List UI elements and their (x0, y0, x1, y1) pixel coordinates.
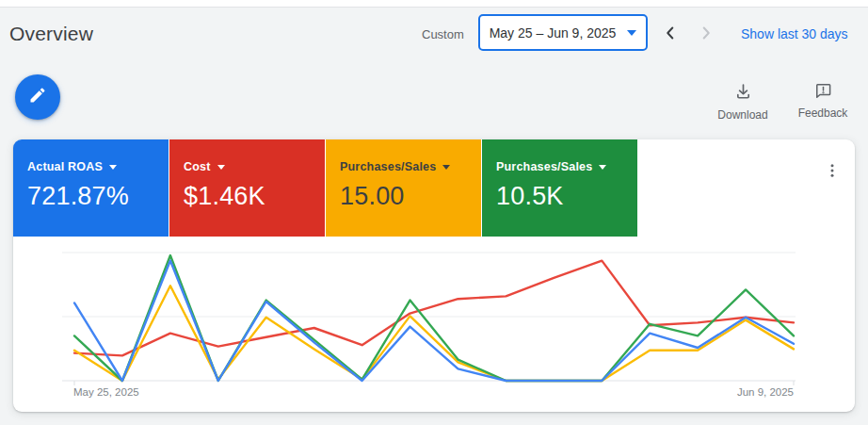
scorecard-value: 15.00 (340, 182, 481, 211)
chevron-right-icon (696, 23, 716, 46)
chevron-left-icon (660, 23, 681, 46)
scorecard-row: Actual ROAS721.87%Cost$1.46KPurchases/Sa… (13, 139, 637, 237)
scorecard-value: $1.46K (184, 182, 325, 211)
overflow-menu-button[interactable] (815, 153, 849, 190)
scorecard-label-text: Purchases/Sales (496, 160, 592, 173)
download-icon (733, 82, 753, 106)
caret-down-icon[interactable] (599, 165, 606, 170)
previous-period-button[interactable] (656, 20, 684, 48)
kebab-menu-icon (824, 160, 841, 184)
date-range-type-label: Custom (422, 27, 464, 41)
scorecard-label-text: Actual ROAS (27, 160, 103, 173)
scorecard-label: Purchases/Sales (496, 160, 637, 173)
top-strip (0, 0, 868, 8)
feedback-label: Feedback (798, 106, 848, 120)
edit-fab-button[interactable] (15, 74, 60, 120)
download-button[interactable]: Download (712, 82, 774, 122)
overview-screen: Overview Custom May 25 – Jun 9, 2025 Sho… (0, 0, 868, 425)
time-series-chart (13, 237, 855, 388)
scorecard-label: Actual ROAS (27, 160, 169, 173)
scorecard-cost-1[interactable]: Cost$1.46K (169, 139, 325, 237)
scorecard-label-text: Cost (184, 160, 211, 173)
show-last-30-days-link[interactable]: Show last 30 days (741, 26, 848, 41)
download-label: Download (717, 108, 767, 122)
scorecard-label: Cost (184, 160, 325, 173)
date-range-value: May 25 – Jun 9, 2025 (490, 25, 617, 41)
scorecard-value: 721.87% (27, 182, 169, 211)
scorecard-purchases-sales-3[interactable]: Purchases/Sales10.5K (482, 139, 637, 237)
page-title: Overview (9, 23, 93, 45)
date-range-picker[interactable]: May 25 – Jun 9, 2025 (478, 14, 648, 51)
feedback-icon (814, 82, 832, 104)
pencil-icon (28, 86, 47, 108)
caret-down-icon (627, 30, 636, 36)
overview-card-panel: Actual ROAS721.87%Cost$1.46KPurchases/Sa… (13, 139, 855, 412)
scorecard-label: Purchases/Sales (340, 160, 481, 173)
chart-series-purchases-sales-value- (74, 255, 794, 381)
x-axis-end-label: Jun 9, 2025 (690, 386, 794, 398)
caret-down-icon[interactable] (217, 165, 225, 170)
next-period-button[interactable] (692, 20, 720, 48)
caret-down-icon[interactable] (442, 165, 450, 170)
caret-down-icon[interactable] (109, 165, 117, 170)
chart-series-actual-roas (74, 261, 794, 381)
scorecard-actual-roas-0[interactable]: Actual ROAS721.87% (13, 139, 169, 237)
scorecard-value: 10.5K (496, 182, 637, 211)
x-axis-start-label: May 25, 2025 (73, 386, 139, 398)
scorecard-purchases-sales-2[interactable]: Purchases/Sales15.00 (326, 139, 481, 237)
scorecard-label-text: Purchases/Sales (340, 160, 436, 173)
feedback-button[interactable]: Feedback (794, 82, 852, 120)
